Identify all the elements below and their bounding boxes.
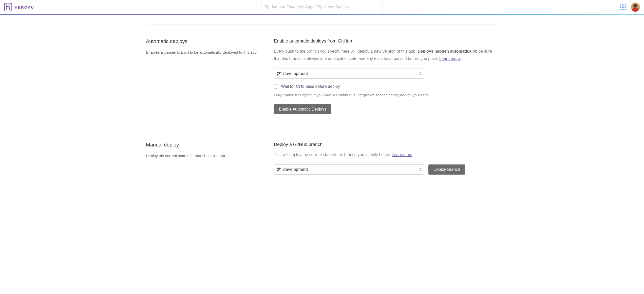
auto-deploys-heading: Enable automatic deploys from GitHub <box>274 38 498 44</box>
ci-hint: Only enable this option if you have a Co… <box>274 93 498 97</box>
git-branch-icon <box>277 72 281 76</box>
svg-rect-0 <box>5 3 12 11</box>
wait-for-ci-checkbox[interactable] <box>274 85 278 89</box>
topbar-right <box>620 3 640 12</box>
wait-for-ci-label[interactable]: Wait for CI to pass before deploy <box>281 84 340 89</box>
svg-line-2 <box>267 8 268 9</box>
svg-point-7 <box>279 168 280 169</box>
ci-checkbox-row: Wait for CI to pass before deploy <box>274 84 498 89</box>
auto-branch-select[interactable]: development <box>274 69 424 79</box>
manual-deploy-description: This will deploy the current state of th… <box>274 151 498 159</box>
manual-learn-more-link[interactable]: Learn more <box>392 153 412 157</box>
search-box[interactable] <box>261 2 383 12</box>
automatic-deploys-section: Automatic deploys Enables a chosen branc… <box>146 25 498 128</box>
user-avatar[interactable] <box>631 3 640 12</box>
heroku-logo[interactable]: HEROKU <box>4 3 34 11</box>
search-input[interactable] <box>271 5 380 9</box>
svg-point-5 <box>277 74 278 75</box>
auto-learn-more-link[interactable]: Learn more <box>439 56 460 61</box>
svg-point-3 <box>277 72 278 73</box>
manual-deploy-heading: Deploy a GitHub branch <box>274 142 498 147</box>
auto-deploys-title: Automatic deploys <box>146 38 274 44</box>
select-chevrons-icon <box>419 72 422 75</box>
heroku-logo-icon <box>4 3 12 11</box>
git-branch-icon <box>277 167 281 172</box>
manual-deploy-subtitle: Deploy the current state of a branch to … <box>146 152 274 160</box>
select-chevrons-icon <box>419 168 422 171</box>
deploy-branch-button[interactable]: Deploy Branch <box>428 164 465 175</box>
heroku-logo-text: HEROKU <box>15 5 34 9</box>
enable-auto-deploys-button[interactable]: Enable Automatic Deploys <box>274 104 331 114</box>
svg-point-4 <box>279 72 280 73</box>
app-switcher-icon[interactable] <box>620 4 626 10</box>
search-icon <box>264 5 268 9</box>
global-search <box>261 2 383 12</box>
svg-point-8 <box>277 170 278 171</box>
auto-branch-value: development <box>283 71 308 76</box>
top-navbar: HEROKU <box>0 0 644 14</box>
manual-branch-value: development <box>283 167 308 172</box>
manual-deploy-title: Manual deploy <box>146 142 274 148</box>
manual-deploy-section: Manual deploy Deploy the current state o… <box>146 128 498 188</box>
svg-point-6 <box>277 168 278 169</box>
auto-deploys-subtitle: Enables a chosen branch to be automatica… <box>146 49 274 56</box>
auto-deploys-description: Every push to the branch you specify her… <box>274 48 498 62</box>
manual-branch-select[interactable]: development <box>274 164 424 175</box>
